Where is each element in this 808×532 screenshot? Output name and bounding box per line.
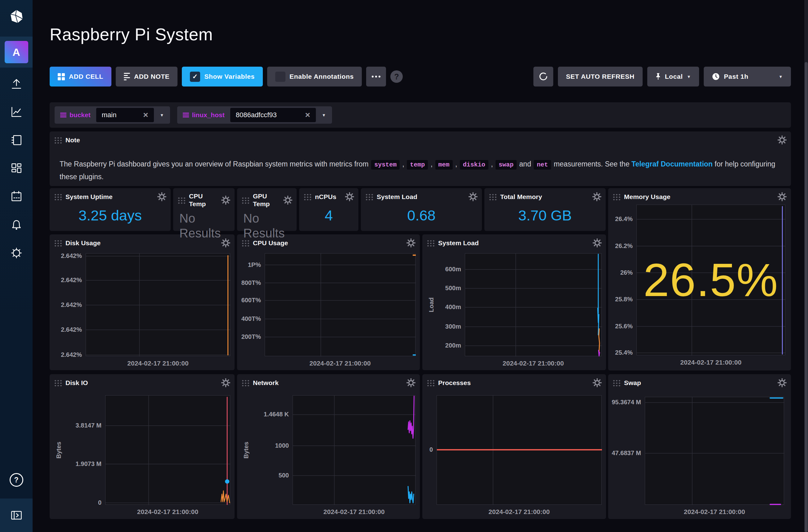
add-note-icon: [124, 73, 130, 80]
panel-disk-io: Disk IO 3.8147 M1.9073 M0Bytes2024-02-17…: [50, 374, 235, 519]
y-axis-title: Load: [427, 253, 436, 356]
gear-icon: [593, 239, 602, 247]
sidebar-item-tasks[interactable]: [0, 182, 33, 210]
drag-handle-icon[interactable]: [427, 239, 435, 246]
panel-settings-button[interactable]: [593, 239, 602, 247]
panel-settings-button[interactable]: [406, 239, 416, 247]
measurement-chip: mem: [435, 160, 453, 170]
dropdown-caret-button[interactable]: ▼: [154, 113, 170, 117]
single-stat-value: 26.5%: [637, 205, 785, 355]
drag-handle-icon[interactable]: [241, 379, 250, 386]
gear-icon: [777, 192, 787, 201]
checkbox-unchecked-icon: [275, 72, 286, 82]
clear-icon[interactable]: ×: [143, 111, 148, 119]
panel-settings-button[interactable]: [777, 192, 787, 201]
caret-down-icon: ▼: [687, 74, 691, 79]
panel-system-load: System Load 600m500m400m300m200mLoad2024…: [422, 234, 606, 370]
clock-icon: [712, 73, 720, 81]
show-variables-toggle[interactable]: ✓ Show Variables: [182, 66, 262, 87]
drag-handle-icon[interactable]: [427, 379, 435, 386]
sidebar-item-data-explorer[interactable]: [0, 98, 33, 126]
line-chart-icon: [9, 105, 23, 119]
drag-handle-icon[interactable]: [54, 379, 62, 386]
chart-svg: [106, 396, 231, 505]
panel-settings-button[interactable]: [221, 196, 230, 205]
telegraf-documentation-link[interactable]: Telegraf Documentation: [631, 160, 713, 168]
drag-handle-icon[interactable]: [178, 196, 186, 204]
org-avatar[interactable]: A: [5, 41, 28, 63]
variable-name: bucket: [70, 111, 91, 119]
panel-network: Network 1.4648 K1000500Bytes2024-02-17 2…: [237, 374, 420, 519]
drag-handle-icon[interactable]: [241, 196, 250, 204]
chart-canvas[interactable]: [645, 397, 784, 505]
enable-annotations-toggle[interactable]: Enable Annotations: [267, 66, 362, 87]
variable-label: bucket: [55, 111, 96, 119]
chart-series-line: [408, 396, 414, 438]
set-auto-refresh-button[interactable]: SET AUTO REFRESH: [558, 66, 643, 87]
chart-canvas[interactable]: [437, 395, 602, 505]
dashboard-help-button[interactable]: ?: [390, 70, 403, 83]
clear-icon[interactable]: ×: [305, 111, 310, 119]
sidebar-item-notebooks[interactable]: [0, 126, 33, 154]
add-note-button[interactable]: ADD NOTE: [116, 66, 178, 87]
y-axis-tick-label: 2.642%: [51, 252, 82, 260]
add-note-label: ADD NOTE: [134, 73, 169, 80]
panel-settings-button[interactable]: [777, 135, 787, 145]
sidebar-item-dashboards[interactable]: [0, 154, 33, 182]
x-axis-label: 2024-02-17 21:00:00: [437, 508, 602, 516]
drag-handle-icon[interactable]: [612, 379, 621, 386]
chart-canvas[interactable]: [465, 253, 602, 356]
panel-settings-button[interactable]: [283, 196, 292, 205]
panel-ncpus: nCPUs 4: [299, 188, 359, 231]
y-axis-tick-label: 400m: [437, 303, 461, 311]
panel-title: Network: [253, 379, 279, 386]
timezone-dropdown[interactable]: Local ▼: [647, 66, 699, 87]
refresh-button[interactable]: [533, 66, 553, 87]
panel-processes: Processes 02024-02-17 21:00:00: [422, 374, 606, 519]
time-range-dropdown[interactable]: Past 1h ▼: [704, 66, 791, 87]
add-cell-button[interactable]: ADD CELL: [50, 66, 111, 87]
sidebar-item-alerts[interactable]: [0, 210, 33, 239]
panel-settings-button[interactable]: [221, 378, 230, 387]
scrollbar-thumb[interactable]: [805, 62, 808, 532]
upload-icon: [9, 77, 23, 91]
measurement-chip: net: [534, 160, 551, 170]
sidebar-expand-button[interactable]: [0, 498, 33, 532]
panel-settings-button[interactable]: [406, 378, 416, 387]
chart-svg: [293, 396, 416, 505]
y-axis-tick-label: 47.6837 M: [609, 449, 641, 457]
sidebar-item-settings[interactable]: [0, 239, 33, 267]
more-options-button[interactable]: [366, 66, 386, 87]
dropdown-caret-button[interactable]: ▼: [316, 113, 332, 117]
panel-settings-button[interactable]: [777, 378, 787, 387]
chart-canvas[interactable]: [265, 253, 416, 356]
drag-handle-icon[interactable]: [54, 239, 62, 246]
drag-handle-icon[interactable]: [612, 193, 621, 200]
y-axis-title: Bytes: [54, 395, 63, 505]
sidebar-nav: [0, 70, 33, 267]
stat-value: 3.25 days: [50, 200, 171, 231]
panel-settings-button[interactable]: [593, 378, 602, 387]
sidebar-item-help[interactable]: ?: [0, 468, 33, 492]
note-text-segment: and: [517, 160, 533, 168]
chart-canvas[interactable]: [293, 395, 416, 505]
pin-icon: [655, 73, 661, 80]
y-axis-tick-label: 1000: [252, 441, 289, 450]
sidebar-item-upload[interactable]: [0, 70, 33, 98]
note-text-segment: measurements. See the: [552, 160, 631, 168]
x-axis-label: 2024-02-17 21:00:00: [265, 360, 416, 367]
chart-canvas[interactable]: [105, 395, 230, 505]
x-axis-label: 2024-02-17 21:00:00: [637, 359, 785, 366]
panel-title: GPU Temp: [253, 192, 280, 208]
panel-settings-button[interactable]: [221, 239, 230, 247]
variable-value-box[interactable]: main×: [96, 108, 154, 122]
y-axis-tick-label: 400T%: [238, 315, 261, 323]
y-axis-tick-label: 500m: [437, 284, 461, 292]
sidebar-logo-item[interactable]: [0, 0, 33, 33]
variable-value-box[interactable]: 8086adfccf93×: [230, 108, 316, 122]
drag-handle-icon[interactable]: [54, 136, 62, 144]
y-axis-tick-label: 2.642%: [51, 301, 82, 309]
gear-icon: [406, 378, 416, 387]
y-axis-tick-label: 600T%: [238, 296, 261, 304]
chart-canvas[interactable]: [86, 253, 230, 356]
